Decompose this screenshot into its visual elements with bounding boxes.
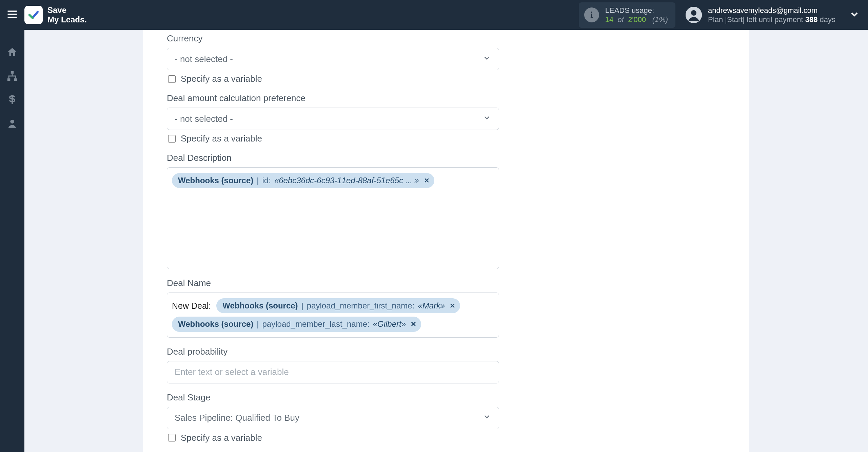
deal-amount-pref-variable-checkbox[interactable] [168, 135, 176, 143]
chip-remove-icon[interactable]: ✕ [424, 176, 430, 185]
usage-pct: (1%) [652, 15, 668, 24]
chip-source: Webhooks (source) [178, 319, 253, 329]
svg-rect-6 [7, 78, 10, 81]
chevron-down-icon [482, 412, 491, 423]
app-root: Save My Leads. i LEADS usage: 14 of 2'00… [0, 0, 868, 452]
brand: Save My Leads. [24, 5, 87, 24]
sitemap-icon [6, 70, 18, 83]
chip-remove-icon[interactable]: ✕ [411, 320, 416, 329]
nav-rail [0, 30, 24, 452]
nav-home[interactable] [6, 47, 18, 59]
form-inner: Currency - not selected - Specify as a v… [167, 30, 726, 452]
select-deal-stage[interactable]: Sales Pipeline: Qualified To Buy [167, 407, 499, 429]
svg-rect-7 [14, 78, 17, 81]
usage-of: of [618, 15, 624, 24]
label-currency: Currency [167, 33, 726, 44]
label-deal-description: Deal Description [167, 153, 726, 163]
label-deal-name: Deal Name [167, 278, 726, 288]
label-deal-stage: Deal Stage [167, 392, 726, 403]
deal-amount-pref-variable-label: Specify as a variable [181, 133, 262, 144]
field-deal-name: Deal Name New Deal: Webhooks (source) | … [167, 278, 726, 338]
currency-variable-row[interactable]: Specify as a variable [167, 74, 499, 84]
plan-suffix: days [817, 15, 835, 24]
chip-value: «6ebc36dc-6c93-11ed-88af-51e65c ... » [274, 175, 419, 186]
user-text: andrewsavemyleads@gmail.com Plan |Start|… [708, 6, 835, 24]
header-expand-button[interactable] [849, 9, 860, 21]
field-deal-amount-pref: Deal amount calculation preference - not… [167, 93, 726, 144]
info-icon: i [584, 7, 599, 22]
variable-chip[interactable]: Webhooks (source) | id: «6ebc36dc-6c93-1… [172, 173, 434, 188]
user-email: andrewsavemyleads@gmail.com [708, 6, 835, 15]
menu-toggle-button[interactable] [0, 0, 24, 30]
chip-remove-icon[interactable]: ✕ [450, 301, 455, 310]
nav-account[interactable] [6, 118, 18, 130]
chip-value: «Gilbert» [373, 319, 406, 329]
chip-sep: | [257, 319, 259, 329]
form-card: Currency - not selected - Specify as a v… [143, 30, 749, 452]
currency-variable-label: Specify as a variable [181, 74, 262, 84]
input-deal-name[interactable]: New Deal: Webhooks (source) | payload_me… [167, 293, 499, 338]
usage-label: LEADS usage: [605, 6, 668, 15]
chip-key: id: [262, 175, 271, 186]
brand-text: Save My Leads. [47, 5, 87, 24]
deal-stage-variable-label: Specify as a variable [181, 433, 262, 443]
chip-source: Webhooks (source) [222, 300, 298, 311]
svg-rect-5 [11, 71, 14, 74]
brand-line1: Save [47, 5, 87, 15]
chip-sep: | [301, 300, 303, 311]
user-menu[interactable]: andrewsavemyleads@gmail.com Plan |Start|… [686, 6, 835, 24]
deal-amount-pref-variable-row[interactable]: Specify as a variable [167, 133, 499, 144]
currency-variable-checkbox[interactable] [168, 75, 176, 83]
variable-chip[interactable]: Webhooks (source) | payload_member_last_… [172, 317, 421, 332]
label-deal-probability: Deal probability [167, 346, 726, 357]
select-currency-value: - not selected - [175, 54, 233, 64]
plan-prefix: Plan |Start| left until payment [708, 15, 805, 24]
field-deal-probability: Deal probability [167, 346, 726, 383]
chip-value: «Mark» [418, 300, 445, 311]
usage-value-line: 14 of 2'000 (1%) [605, 15, 668, 24]
chevron-down-icon [482, 113, 491, 125]
user-plan: Plan |Start| left until payment 388 days [708, 15, 835, 24]
page: Currency - not selected - Specify as a v… [24, 30, 868, 452]
deal-name-prefix: New Deal: [172, 301, 211, 311]
logo-icon [24, 6, 43, 24]
user-icon [6, 118, 18, 131]
variable-chip[interactable]: Webhooks (source) | payload_member_first… [216, 298, 460, 313]
usage-count: 14 [605, 15, 613, 24]
chip-key: payload_member_first_name: [307, 300, 415, 311]
nav-connections[interactable] [6, 71, 18, 83]
svg-point-8 [10, 120, 14, 124]
leads-usage-box: i LEADS usage: 14 of 2'000 (1%) [579, 2, 675, 28]
field-currency: Currency - not selected - Specify as a v… [167, 33, 726, 84]
nav-billing[interactable] [6, 94, 18, 107]
usage-total: 2'000 [628, 15, 646, 24]
plan-days: 388 [805, 15, 818, 24]
chip-source: Webhooks (source) [178, 175, 253, 186]
home-icon [6, 46, 18, 59]
input-deal-probability[interactable] [167, 361, 499, 383]
deal-stage-variable-checkbox[interactable] [168, 434, 176, 441]
select-deal-amount-pref[interactable]: - not selected - [167, 108, 499, 130]
select-currency[interactable]: - not selected - [167, 48, 499, 70]
svg-point-4 [691, 10, 696, 16]
chevron-down-icon [482, 54, 491, 65]
select-deal-stage-value: Sales Pipeline: Qualified To Buy [175, 413, 299, 423]
input-deal-description[interactable]: Webhooks (source) | id: «6ebc36dc-6c93-1… [167, 167, 499, 269]
field-deal-stage: Deal Stage Sales Pipeline: Qualified To … [167, 392, 726, 443]
app-header: Save My Leads. i LEADS usage: 14 of 2'00… [0, 0, 868, 30]
avatar-icon [686, 7, 702, 23]
dollar-icon [6, 94, 18, 107]
chip-key: payload_member_last_name: [262, 319, 370, 329]
chevron-down-icon [849, 15, 860, 21]
deal-stage-variable-row[interactable]: Specify as a variable [167, 433, 499, 443]
label-deal-amount-pref: Deal amount calculation preference [167, 93, 726, 103]
usage-text: LEADS usage: 14 of 2'000 (1%) [605, 6, 668, 24]
field-deal-description: Deal Description Webhooks (source) | id:… [167, 153, 726, 269]
hamburger-icon [6, 8, 18, 22]
chip-sep: | [257, 175, 259, 186]
select-deal-amount-pref-value: - not selected - [175, 114, 233, 124]
brand-line2: My Leads. [47, 15, 87, 24]
